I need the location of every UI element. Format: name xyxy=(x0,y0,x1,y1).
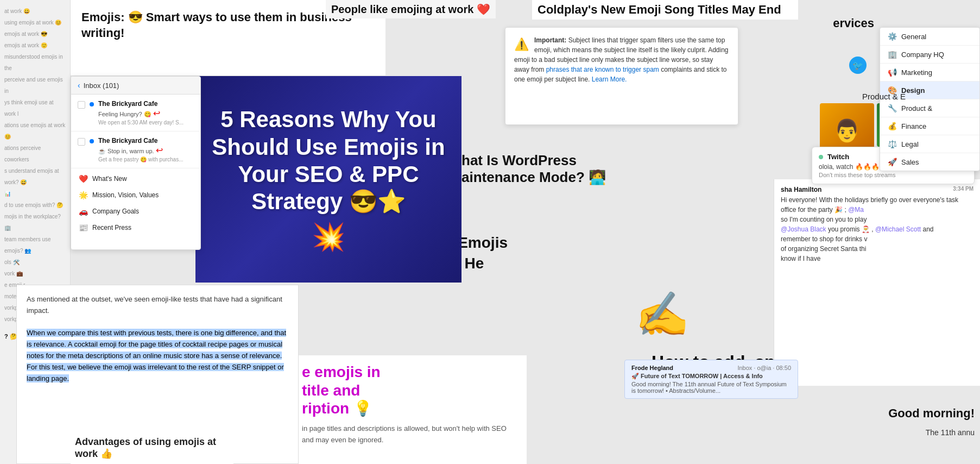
bg-list-item: emojis at work 🙂 xyxy=(4,40,66,51)
email-checkbox-1[interactable] xyxy=(78,101,85,109)
bg-list-item: team members use emojis? 👥 xyxy=(4,234,66,256)
email-notif2-subject: 🚀 Future of Text TOMORROW | Access & Inf… xyxy=(631,373,791,380)
writing-emoji-area: ✍️ xyxy=(608,274,717,355)
bg-list-item: mojis in the workplace? 🏢 xyxy=(4,211,66,234)
menu-item-whats-new[interactable]: ❤️ What's New xyxy=(71,171,200,187)
sales-label: Sales xyxy=(901,158,919,166)
menu-icon-whats-new: ❤️ xyxy=(79,174,88,183)
menu-label-mission: Mission, Vision, Values xyxy=(92,191,159,199)
menu-label-whats-new: What's New xyxy=(92,175,127,183)
product-and-label: Product & E xyxy=(855,87,980,105)
bottom-article-intro: As mentioned at the outset, we've seen e… xyxy=(27,294,288,317)
mention-ma: @Ma xyxy=(848,206,864,214)
highlighted-text: When we compare this test with previous … xyxy=(27,329,286,382)
menu-item-goals[interactable]: 🚗 Company Goals xyxy=(71,203,200,220)
sidebar-item-companyhq[interactable]: 🏢 Company HQ xyxy=(880,46,979,64)
email-notif-preview: Don't miss these top streams xyxy=(819,172,968,178)
email-notif2-sender: Frode Hegland xyxy=(631,365,673,371)
email-subject-1: Feeling Hungry? 😋 ↩ xyxy=(98,108,194,118)
sidebar-item-marketing[interactable]: 📢 Marketing xyxy=(880,64,979,81)
bottom-center-heading: e emojis in xyxy=(302,363,518,381)
bg-list-item: 📊 xyxy=(4,188,66,199)
chat-text: Hi everyone! With the holidays briefly g… xyxy=(781,195,973,264)
bg-list-item: ols 🛠️ xyxy=(4,256,66,268)
email-content-1: The Brickyard Cafe Feeling Hungry? 😋 ↩ W… xyxy=(98,100,194,126)
email-content-2: The Brickyard Cafe ☕ Stop in, warm up. ↩… xyxy=(98,137,194,162)
general-icon: ⚙️ xyxy=(888,32,897,41)
chat-panel: sha Hamilton 3:34 PM Hi everyone! With t… xyxy=(774,179,980,386)
menu-icon-press: 📰 xyxy=(79,223,88,232)
bottom-article-body: When we compare this test with previous … xyxy=(27,328,288,384)
wordpress-heading: hat Is WordPress aintenance Mode? 🧑‍💻 xyxy=(461,152,668,186)
coldplay-heading: Coldplay's New Emoji Song Titles May End xyxy=(532,0,798,20)
bg-list-item: emojis at work 😎 xyxy=(4,28,66,40)
banner-sparkle: 💥 xyxy=(312,221,345,253)
email-sender-1: The Brickyard Cafe xyxy=(98,100,194,108)
email-panel-header: ‹ Inbox (101) xyxy=(71,77,200,95)
finance-icon: 💰 xyxy=(888,122,897,130)
bottom-center-article: e emojis in title and ription 💡 in page … xyxy=(293,355,527,464)
legal-label: Legal xyxy=(901,140,919,148)
twitter-area: 🐦 xyxy=(844,54,871,76)
email-panel: ‹ Inbox (101) The Brickyard Cafe Feeling… xyxy=(71,76,201,250)
marketing-label: Marketing xyxy=(901,68,932,77)
warning-icon: ⚠️ xyxy=(514,35,529,53)
email-arrow-2: ↩ xyxy=(156,146,163,155)
menu-icon-goals: 🚗 xyxy=(79,207,88,216)
learn-more-link[interactable]: Learn More. xyxy=(592,76,627,83)
finance-label: Finance xyxy=(901,122,926,130)
email-menu-section: ❤️ What's New 🌟 Mission, Vision, Values … xyxy=(71,168,200,238)
bg-list-item: s understand emojis at work? 😅 xyxy=(4,165,66,188)
bg-list-item: misunderstood emojis in the xyxy=(4,51,66,74)
chat-time: 3:34 PM xyxy=(953,186,973,192)
people-like-text: People like emojing at work ❤️ xyxy=(326,0,496,18)
bottom-center-body: in page titles and descriptions is allow… xyxy=(302,423,518,446)
marketing-icon: 📢 xyxy=(888,68,897,77)
email-preview-1: We open at 5:30 AM every day! S... xyxy=(98,120,194,126)
sidebar-item-general[interactable]: ⚙️ General xyxy=(880,28,979,46)
email-sender-2: The Brickyard Cafe xyxy=(98,137,194,145)
center-banner: 5 Reasons Why You Should Use Emojis in Y… xyxy=(195,76,461,283)
banner-heading: 5 Reasons Why You Should Use Emojis in Y… xyxy=(212,106,445,216)
twitter-icon[interactable]: 🐦 xyxy=(849,57,867,74)
spam-link[interactable]: phrases that are known to trigger spam xyxy=(546,66,659,73)
inbox-label: Inbox (101) xyxy=(84,81,119,90)
chat-message: sha Hamilton 3:34 PM Hi everyone! With t… xyxy=(781,186,973,264)
email-notification-2[interactable]: Frode Hegland Inbox · o@ia · 08:50 🚀 Fut… xyxy=(624,360,798,399)
back-arrow[interactable]: ‹ xyxy=(78,81,80,90)
email-item-2[interactable]: The Brickyard Cafe ☕ Stop in, warm up. ↩… xyxy=(71,131,200,168)
mention-joshua: @Joshua Black xyxy=(781,225,826,233)
sidebar-item-finance[interactable]: 💰 Finance xyxy=(880,117,979,135)
sidebar-item-legal[interactable]: ⚖️ Legal xyxy=(880,135,979,153)
bg-list-item: perceive and use emojis in xyxy=(4,74,66,97)
services-text: ervices xyxy=(833,16,874,30)
advantages-text: Advantages of using emojis at work 👍 xyxy=(71,432,233,464)
menu-item-mission[interactable]: 🌟 Mission, Vision, Values xyxy=(71,187,200,203)
bg-list-item: at work 😀 xyxy=(4,5,66,17)
sidebar-item-sales[interactable]: 🚀 Sales xyxy=(880,153,979,171)
annual-text: The 11th annu xyxy=(926,428,975,437)
email-unread-dot-2 xyxy=(90,139,94,143)
menu-icon-mission: 🌟 xyxy=(79,191,88,199)
menu-label-goals: Company Goals xyxy=(92,208,139,215)
email-item-1[interactable]: The Brickyard Cafe Feeling Hungry? 😋 ↩ W… xyxy=(71,95,200,131)
good-morning-text: Good morning! xyxy=(888,406,975,421)
bg-list-item: ations perceive coworkers xyxy=(4,142,66,165)
companyhq-icon: 🏢 xyxy=(888,50,897,59)
lightbulb-emoji: 💡 xyxy=(353,400,372,417)
chat-sender: sha Hamilton 3:34 PM xyxy=(781,186,973,193)
email-subject-2: ☕ Stop in, warm up. ↩ xyxy=(98,145,194,155)
bg-list-item: ations use emojis at work 😊 xyxy=(4,120,66,142)
email-preview-2: Get a free pastry 😋 with purchas... xyxy=(98,156,194,162)
email-notif2-time: Inbox · o@ia · 08:50 xyxy=(737,365,791,371)
menu-item-press[interactable]: 📰 Recent Press xyxy=(71,220,200,236)
mention-michael: @Michael Scott xyxy=(875,225,921,233)
menu-label-press: Recent Press xyxy=(92,224,131,231)
sales-icon: 🚀 xyxy=(888,158,897,166)
writing-emoji: ✍️ xyxy=(635,289,690,340)
person-emoji: 👨 xyxy=(833,118,861,143)
general-label: General xyxy=(901,33,926,41)
bottom-center-heading3: ription 💡 xyxy=(302,399,518,418)
email-checkbox-2[interactable] xyxy=(78,138,85,146)
warning-text: Important: Subject lines that trigger sp… xyxy=(514,35,729,84)
